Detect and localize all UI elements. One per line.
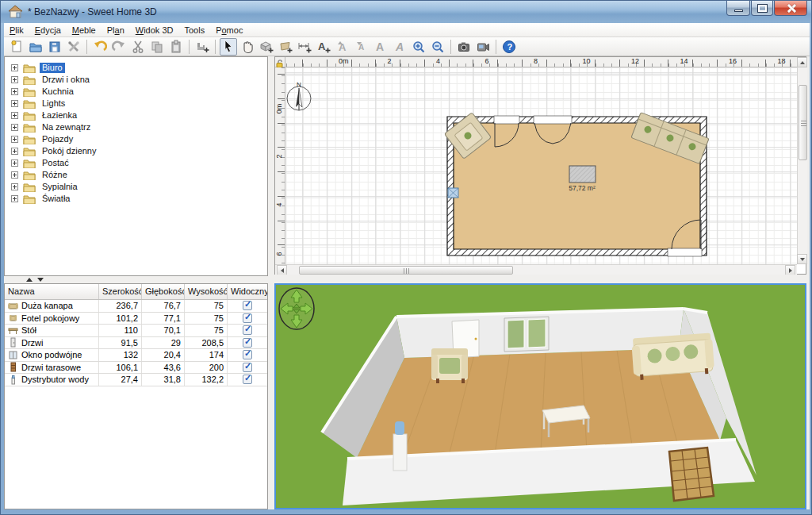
expand-toggle-icon[interactable]: [11, 195, 18, 202]
scroll-down-button[interactable]: [797, 254, 807, 264]
expand-toggle-icon[interactable]: [11, 171, 18, 179]
compass-rose[interactable]: N: [287, 81, 311, 110]
catalog-category[interactable]: Biuro: [5, 62, 267, 74]
italic-button[interactable]: A: [391, 38, 408, 56]
cut-button[interactable]: [129, 38, 147, 56]
menu-item[interactable]: Plik: [4, 24, 29, 37]
catalog-furniture-splitter[interactable]: [4, 276, 268, 283]
catalog-category[interactable]: Sypialnia: [5, 181, 267, 193]
furniture-catalog-tree[interactable]: Biuro Drzwi i okna Kuchnia: [4, 56, 268, 276]
expand-toggle-icon[interactable]: [11, 159, 18, 167]
expand-toggle-icon[interactable]: [11, 136, 18, 143]
add-texts-button[interactable]: A: [315, 38, 332, 56]
paste-button[interactable]: [167, 38, 185, 56]
copy-button[interactable]: [148, 38, 166, 56]
column-header-height[interactable]: Wysokość: [185, 284, 228, 299]
menu-item[interactable]: Pomoc: [210, 24, 248, 37]
catalog-category[interactable]: Postać: [5, 157, 267, 169]
zoom-in-button[interactable]: [410, 38, 427, 56]
catalog-category[interactable]: Światła: [5, 193, 267, 205]
create-video-button[interactable]: [474, 38, 492, 56]
catalog-category[interactable]: Kuchnia: [5, 86, 267, 98]
view-3d[interactable]: [274, 283, 806, 509]
visible-checkbox[interactable]: [243, 363, 252, 372]
expand-toggle-icon[interactable]: [11, 64, 18, 71]
furniture-row[interactable]: Drzwi tarasowe 106,1 43,6 200: [5, 362, 267, 375]
help-button[interactable]: ?: [500, 38, 518, 56]
view-3d-canvas[interactable]: [276, 285, 805, 508]
panel-vertical-splitter[interactable]: [268, 56, 274, 509]
visible-checkbox[interactable]: [243, 375, 252, 384]
zoom-out-button[interactable]: [429, 38, 446, 56]
select-button[interactable]: [220, 38, 237, 56]
increase-text-size-button[interactable]: A: [334, 38, 351, 56]
column-header-name[interactable]: Nazwa: [5, 284, 99, 299]
menu-item[interactable]: Tools: [178, 24, 210, 37]
column-header-width[interactable]: Szerokość: [99, 284, 142, 299]
furniture-row[interactable]: Dystrybutor wody 27,4 31,8 132,2: [5, 374, 267, 386]
open-button[interactable]: [27, 38, 44, 56]
splitter-collapse-up-icon[interactable]: [26, 278, 33, 282]
visible-checkbox[interactable]: [243, 325, 252, 335]
menu-item[interactable]: Widok 3D: [130, 24, 179, 37]
expand-toggle-icon[interactable]: [11, 124, 18, 131]
catalog-category[interactable]: Drzwi i okna: [5, 74, 267, 86]
create-photo-button[interactable]: [455, 38, 473, 56]
navigation-control[interactable]: [279, 288, 314, 329]
furniture-row[interactable]: Fotel pokojowy 101,2 77,1 75: [5, 313, 267, 325]
create-walls-button[interactable]: [258, 38, 275, 56]
plan-water-dispenser[interactable]: [448, 188, 458, 198]
expand-toggle-icon[interactable]: [11, 148, 18, 155]
close-button[interactable]: [774, 1, 807, 16]
create-dimensions-button[interactable]: [296, 38, 313, 56]
catalog-category[interactable]: Łazienka: [5, 110, 267, 121]
redo-button[interactable]: [110, 38, 128, 56]
bold-button[interactable]: A: [372, 38, 389, 56]
plan-table[interactable]: [569, 166, 596, 183]
plan-canvas[interactable]: N: [285, 67, 797, 264]
expand-toggle-icon[interactable]: [11, 76, 18, 83]
add-furniture-button[interactable]: [193, 38, 211, 56]
create-rooms-button[interactable]: [277, 38, 294, 56]
furniture-item-icon: [8, 313, 18, 323]
column-header-visible[interactable]: Widoczny: [228, 284, 267, 299]
decrease-text-size-button[interactable]: A: [353, 38, 370, 56]
minimize-button[interactable]: [726, 1, 750, 16]
new-home-button[interactable]: [8, 38, 25, 56]
expand-toggle-icon[interactable]: [11, 183, 18, 190]
furniture-row[interactable]: Duża kanapa 236,7 76,7 75: [5, 300, 267, 313]
furniture-row[interactable]: Drzwi 91,5 29 208,5: [5, 337, 267, 350]
menu-item[interactable]: Plan: [102, 24, 130, 37]
plan-room[interactable]: 57,72 m²: [444, 113, 709, 256]
plan-vertical-scrollbar[interactable]: [797, 57, 807, 264]
visible-checkbox[interactable]: [243, 338, 252, 348]
catalog-category[interactable]: Na zewnątrz: [5, 121, 267, 133]
visible-checkbox[interactable]: [243, 350, 252, 359]
maximize-button[interactable]: [751, 1, 773, 16]
furniture-row[interactable]: Stół 110 70,1 75: [5, 325, 267, 337]
titlebar[interactable]: * BezNazwy - Sweet Home 3D: [1, 1, 812, 23]
visible-checkbox[interactable]: [243, 313, 252, 323]
furniture-row[interactable]: Okno podwójne 132 20,4 174: [5, 349, 267, 362]
expand-toggle-icon[interactable]: [11, 100, 18, 107]
visible-checkbox[interactable]: [243, 301, 252, 310]
menu-item[interactable]: Meble: [67, 24, 102, 37]
column-header-depth[interactable]: Głębokość: [142, 284, 185, 299]
preferences-button[interactable]: [65, 38, 82, 56]
pan-button[interactable]: [239, 38, 256, 56]
catalog-category[interactable]: Pokój dzienny: [5, 145, 267, 157]
scroll-thumb[interactable]: [299, 266, 513, 275]
scroll-thumb[interactable]: [799, 85, 807, 160]
undo-button[interactable]: [91, 38, 109, 56]
save-button[interactable]: [46, 38, 63, 56]
catalog-category[interactable]: Lights: [5, 98, 267, 110]
scroll-up-button[interactable]: [797, 57, 807, 67]
menu-item[interactable]: Edycja: [29, 24, 67, 37]
plan-horizontal-scrollbar[interactable]: [275, 264, 797, 275]
catalog-category[interactable]: Różne: [5, 169, 267, 181]
expand-toggle-icon[interactable]: [11, 112, 18, 119]
splitter-collapse-down-icon[interactable]: [37, 278, 44, 282]
plan-3d-splitter[interactable]: [274, 275, 806, 283]
catalog-category[interactable]: Pojazdy: [5, 133, 267, 145]
expand-toggle-icon[interactable]: [11, 88, 18, 95]
